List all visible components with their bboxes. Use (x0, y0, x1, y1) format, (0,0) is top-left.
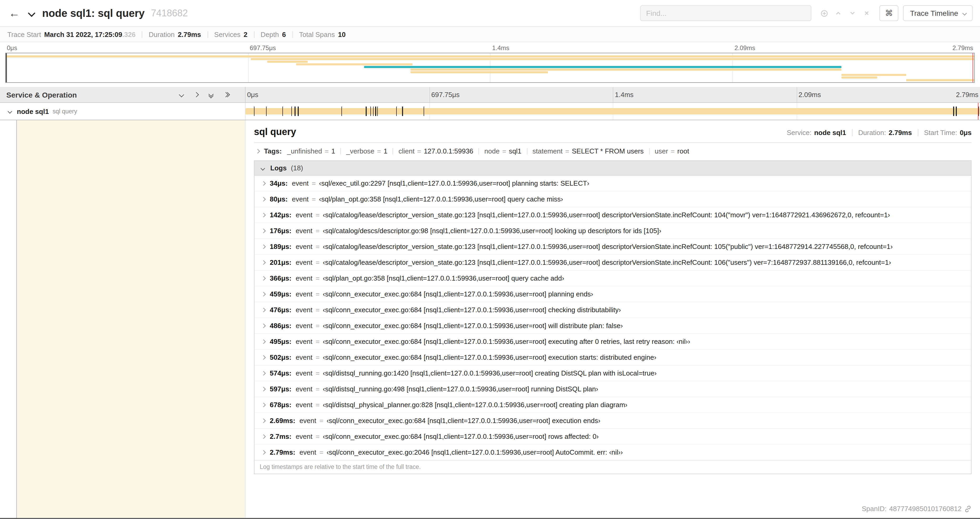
collapse-children-button[interactable] (6, 108, 13, 115)
log-field-name: event (296, 259, 312, 267)
expand-log-button[interactable] (260, 433, 267, 440)
log-marker[interactable] (402, 107, 403, 116)
log-equals: = (316, 353, 320, 361)
back-button[interactable]: ← (7, 7, 21, 19)
log-marker[interactable] (953, 107, 954, 116)
expand-log-button[interactable] (260, 275, 267, 282)
summary-value: 2.79ms (178, 30, 201, 38)
collapse-one-button[interactable] (193, 92, 199, 97)
find-input[interactable] (640, 5, 811, 21)
log-marker[interactable] (375, 107, 376, 116)
log-row[interactable]: 2.7ms:event=‹sql/conn_executor_exec.go:6… (255, 429, 971, 445)
log-row[interactable]: 597μs:event=‹sql/distsql_running.go:498 … (255, 381, 971, 397)
span-bar-cell[interactable] (245, 103, 980, 120)
log-row[interactable]: 366μs:event=‹sql/plan_opt.go:358 [nsql1,… (255, 271, 971, 286)
span-name-cell[interactable]: node sql1 sql query (0, 103, 245, 120)
tags-label: Tags: (264, 147, 282, 155)
log-timestamp: 201μs: (270, 259, 291, 267)
expand-log-button[interactable] (260, 291, 267, 297)
log-timestamp: 459μs: (270, 290, 291, 298)
expand-log-button[interactable] (260, 417, 267, 424)
expand-tags-button[interactable] (254, 148, 261, 155)
log-equals: = (316, 338, 320, 345)
expand-log-button[interactable] (260, 196, 267, 203)
log-row[interactable]: 2.79ms:event=‹sql/conn_executor_exec.go:… (255, 445, 971, 460)
expand-one-button[interactable] (178, 92, 185, 97)
minimap-scrubber-handle[interactable] (6, 53, 7, 82)
find-prev-button[interactable] (832, 7, 845, 19)
log-value: ‹sql/conn_executor_exec.go:684 [nsql1,cl… (323, 322, 623, 330)
collapse-logs-button[interactable] (259, 164, 266, 171)
expand-log-button[interactable] (260, 180, 267, 187)
log-row[interactable]: 495μs:event=‹sql/conn_executor_exec.go:6… (255, 334, 971, 350)
tag-equals: = (671, 147, 675, 155)
log-marker[interactable] (956, 107, 956, 116)
log-row[interactable]: 476μs:event=‹sql/conn_executor_exec.go:6… (255, 302, 971, 318)
expand-log-button[interactable] (260, 227, 267, 234)
tag-key: user (655, 147, 668, 155)
logs-header[interactable]: Logs (18) (255, 161, 971, 176)
trace-view-dropdown[interactable]: Trace Timeline (903, 5, 973, 21)
log-marker[interactable] (371, 107, 371, 116)
expand-log-button[interactable] (260, 243, 267, 250)
span-row[interactable]: node sql1 sql query (0, 103, 980, 120)
focus-find-button[interactable] (818, 7, 830, 19)
log-row[interactable]: 486μs:event=‹sql/conn_executor_exec.go:6… (255, 318, 971, 334)
expand-log-button[interactable] (260, 338, 267, 345)
chevron-right-icon (261, 228, 265, 233)
log-marker[interactable] (978, 107, 979, 116)
log-row[interactable]: 189μs:event=‹sql/catalog/lease/descripto… (255, 239, 971, 255)
span-duration-bar[interactable] (245, 108, 980, 115)
log-marker[interactable] (266, 107, 267, 116)
chevron-right-icon (261, 308, 265, 312)
tags-accordion[interactable]: Tags: _unfinished=1_verbose=1client=127.… (254, 147, 972, 155)
log-field-name: event (292, 195, 309, 203)
log-row[interactable]: 2.69ms:event=‹sql/conn_executor_exec.go:… (255, 413, 971, 429)
log-row[interactable]: 80μs:event=‹sql/plan_opt.go:358 [nsql1,c… (255, 192, 971, 207)
log-marker[interactable] (366, 107, 367, 116)
keyboard-shortcuts-button[interactable]: ⌘ (879, 5, 898, 21)
expand-log-button[interactable] (260, 211, 267, 218)
collapse-trace-header-button[interactable] (26, 8, 37, 18)
log-marker[interactable] (254, 107, 255, 116)
expand-log-button[interactable] (260, 386, 267, 393)
log-marker[interactable] (295, 107, 296, 116)
log-marker[interactable] (341, 107, 342, 116)
log-marker[interactable] (373, 107, 374, 116)
expand-log-button[interactable] (260, 354, 267, 361)
expand-log-button[interactable] (260, 259, 267, 266)
log-row[interactable]: 459μs:event=‹sql/conn_executor_exec.go:6… (255, 286, 971, 302)
log-marker[interactable] (377, 107, 378, 116)
span-id-value: 4877749850101760812 (889, 505, 962, 513)
log-row[interactable]: 34μs:event=‹sql/exec_util.go:2297 [nsql1… (255, 176, 971, 192)
log-marker[interactable] (396, 107, 397, 116)
log-row[interactable]: 142μs:event=‹sql/catalog/lease/descripto… (255, 207, 971, 223)
log-marker[interactable] (423, 107, 425, 116)
log-row[interactable]: 176μs:event=‹sql/catalog/descs/descripto… (255, 223, 971, 239)
log-row[interactable]: 574μs:event=‹sql/distsql_running.go:1420… (255, 366, 971, 381)
collapse-all-button[interactable] (223, 92, 230, 97)
chevron-right-icon (261, 403, 265, 407)
expand-log-button[interactable] (260, 322, 267, 329)
find-clear-button[interactable] (861, 7, 873, 19)
log-equals: = (319, 448, 323, 456)
log-row[interactable]: 678μs:event=‹sql/distsql_physical_planne… (255, 397, 971, 413)
log-marker[interactable] (291, 107, 292, 116)
trace-summary-bar: Trace StartMarch 31 2022, 17:25:09.326Du… (0, 26, 980, 42)
chevron-right-icon (261, 292, 265, 296)
tick-label: 0μs (247, 91, 258, 99)
log-row[interactable]: 502μs:event=‹sql/conn_executor_exec.go:6… (255, 350, 971, 366)
log-marker[interactable] (298, 107, 299, 116)
expand-all-button[interactable] (208, 91, 214, 98)
log-marker[interactable] (282, 107, 283, 116)
expand-log-button[interactable] (260, 401, 267, 408)
expand-log-button[interactable] (260, 307, 267, 313)
find-next-button[interactable] (846, 7, 859, 19)
link-icon[interactable] (964, 505, 972, 513)
minimap-canvas[interactable] (5, 53, 975, 83)
summary-value: 10 (338, 30, 346, 38)
expand-log-button[interactable] (260, 449, 267, 456)
expand-log-button[interactable] (260, 370, 267, 377)
summary-value-suffix: .326 (122, 30, 136, 38)
log-row[interactable]: 201μs:event=‹sql/catalog/lease/descripto… (255, 255, 971, 271)
